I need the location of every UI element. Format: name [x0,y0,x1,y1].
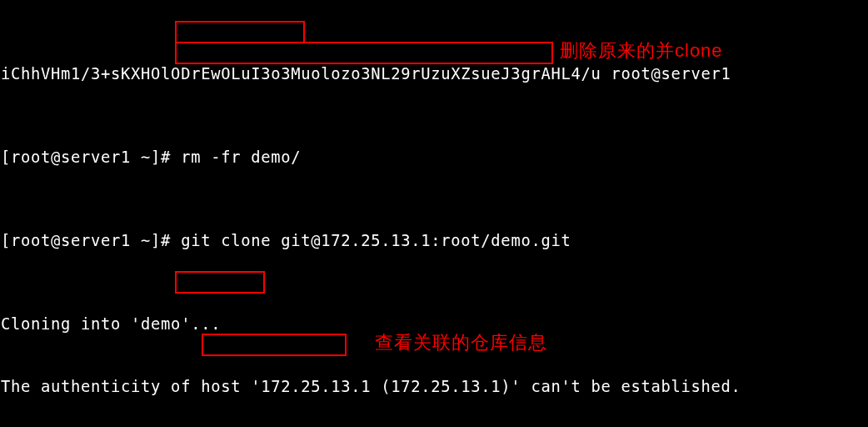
highlight-box-rm [175,21,305,43]
annotation-clone: 删除原来的并clone [560,40,723,61]
shell-prompt: [root@server1 ~]# [1,148,181,166]
terminal[interactable]: iChhVHm1/3+sKXHOlODrEwOLuI3o3Muolozo3NL2… [0,0,868,427]
highlight-box-cd [175,271,265,294]
shell-prompt: [root@server1 ~]# [1,232,181,249]
prompt-line: [root@server1 ~]# rm -fr demo/ [1,147,868,168]
output-text: iChhVHm1/3+sKXHOlODrEwOLuI3o3Muolozo3NL2… [1,65,731,83]
output-line: The authenticity of host '172.25.13.1 (1… [1,376,868,397]
output-text: The authenticity of host '172.25.13.1 (1… [1,378,741,395]
highlight-box-clone [175,42,553,64]
highlight-box-remote [202,334,347,356]
command-git-clone: git clone git@172.25.13.1:root/demo.git [181,232,571,249]
prompt-line: [root@server1 ~]# git clone git@172.25.1… [1,230,868,251]
output-text: Cloning into 'demo'... [1,315,221,333]
output-line: iChhVHm1/3+sKXHOlODrEwOLuI3o3Muolozo3NL2… [1,63,868,84]
command-rm: rm -fr demo/ [181,148,301,166]
annotation-remote: 查看关联的仓库信息 [375,332,547,353]
